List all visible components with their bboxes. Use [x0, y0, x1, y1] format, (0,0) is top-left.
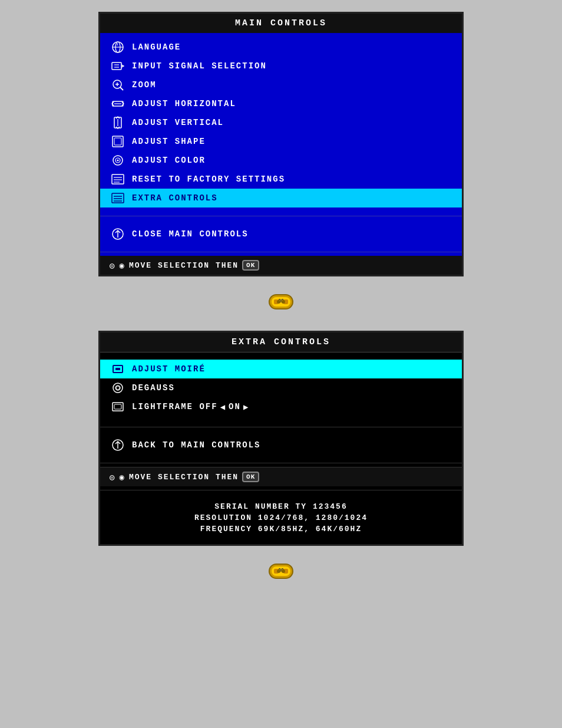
menu-item-adjust-moire[interactable]: ADJUST MOIRÉ — [100, 360, 462, 378]
back-to-main-label: BACK TO MAIN CONTROLS — [132, 440, 260, 450]
svg-point-19 — [117, 160, 119, 162]
svg-rect-20 — [112, 174, 124, 184]
footer-move-icon-2: ◉ — [119, 261, 125, 271]
footer-move-icon-1: ◎ — [110, 261, 115, 271]
lightframe-on-label: ON — [229, 402, 241, 411]
svg-text:3: 3 — [116, 42, 119, 46]
extra-controls-panel: EXTRA CONTROLS ADJUST MOIRÉ DEGA — [98, 331, 464, 546]
reset-factory-label: RESET TO FACTORY SETTINGS — [132, 174, 285, 184]
menu-item-adjust-shape[interactable]: ADJUST SHAPE — [100, 132, 462, 151]
menu-item-adjust-color[interactable]: ADJUST COLOR — [100, 151, 462, 170]
moire-icon — [110, 363, 126, 375]
extra-controls-icon — [110, 192, 126, 205]
svg-point-35 — [277, 300, 280, 304]
main-controls-menu: 3 LANGUAGE INPUT SIGNAL SELECTION — [100, 33, 462, 212]
svg-point-36 — [282, 300, 285, 304]
svg-line-8 — [120, 87, 123, 90]
close-main-label: CLOSE MAIN CONTROLS — [132, 229, 249, 239]
ok-badge: OK — [242, 260, 259, 271]
lightframe-icon — [110, 400, 126, 413]
svg-point-51 — [282, 569, 285, 573]
main-divider-1 — [100, 216, 462, 216]
extra-controls-label: EXTRA CONTROLS — [132, 193, 218, 203]
extra-footer-icon-2: ◉ — [119, 472, 125, 482]
menu-item-adjust-horizontal[interactable]: ADJUST HORIZONTAL — [100, 94, 462, 113]
lightframe-row[interactable]: LIGHTFRAME OFF ◀ ON ▶ — [100, 397, 462, 416]
lightframe-off-label: LIGHTFRAME OFF — [132, 402, 218, 411]
resolution: RESOLUTION 1024/768, 1280/1024 — [110, 513, 452, 522]
close-main-controls-item[interactable]: CLOSE MAIN CONTROLS — [110, 225, 452, 243]
svg-point-50 — [277, 569, 280, 573]
extra-controls-title: EXTRA CONTROLS — [100, 332, 462, 353]
extra-footer: ◎ ◉ MOVE SELECTION THEN OK — [100, 467, 462, 486]
adjust-horizontal-label: ADJUST HORIZONTAL — [132, 99, 236, 108]
controller-icon-2: OQ — [266, 556, 296, 586]
svg-rect-16 — [114, 138, 121, 145]
serial-number: SERIAL NUMBER TY 123456 — [110, 502, 452, 511]
menu-item-language[interactable]: 3 LANGUAGE — [100, 38, 462, 57]
menu-item-input-signal[interactable]: INPUT SIGNAL SELECTION — [100, 57, 462, 75]
language-label: LANGUAGE — [132, 42, 181, 52]
extra-footer-icon-1: ◎ — [110, 472, 115, 482]
svg-rect-42 — [114, 404, 121, 409]
shape-icon — [110, 135, 126, 148]
main-footer: ◎ ◉ MOVE SELECTION THEN OK — [100, 256, 462, 275]
reset-icon — [110, 173, 126, 186]
close-section: CLOSE MAIN CONTROLS — [100, 220, 462, 248]
svg-point-39 — [113, 383, 123, 393]
main-divider-2 — [100, 252, 462, 252]
adjust-color-label: ADJUST COLOR — [132, 156, 206, 165]
degauss-icon — [110, 381, 126, 394]
menu-item-adjust-vertical[interactable]: ADJUST VERTICAL — [100, 113, 462, 132]
info-section: SERIAL NUMBER TY 123456 RESOLUTION 1024/… — [100, 494, 462, 544]
adjust-shape-label: ADJUST SHAPE — [132, 137, 206, 146]
input-signal-label: INPUT SIGNAL SELECTION — [132, 61, 267, 71]
degauss-label: DEGAUSS — [132, 383, 175, 393]
adjust-vertical-label: ADJUST VERTICAL — [132, 118, 224, 127]
main-controls-panel: MAIN CONTROLS 3 LANGUAGE — [98, 12, 464, 276]
input-signal-icon — [110, 60, 126, 73]
zoom-icon — [110, 78, 126, 91]
language-icon: 3 — [110, 41, 126, 54]
extra-controls-menu: ADJUST MOIRÉ DEGAUSS LIGHTFRAME OFF — [100, 356, 462, 420]
frequency: FREQUENCY 69K/85HZ, 64K/60HZ — [110, 525, 452, 533]
menu-item-extra-controls[interactable]: EXTRA CONTROLS — [100, 189, 462, 207]
footer-move-text: MOVE SELECTION THEN — [129, 261, 239, 270]
horizontal-icon — [110, 97, 126, 110]
back-to-main-item[interactable]: BACK TO MAIN CONTROLS — [110, 436, 452, 454]
menu-item-degauss[interactable]: DEGAUSS — [100, 378, 462, 397]
controller-icon-1: OQ — [266, 287, 296, 317]
close-icon — [110, 228, 126, 241]
back-icon — [110, 439, 126, 452]
extra-divider-2 — [100, 463, 462, 463]
svg-rect-4 — [112, 62, 121, 70]
main-controls-title: MAIN CONTROLS — [100, 14, 462, 33]
menu-item-zoom[interactable]: ZOOM — [100, 75, 462, 94]
svg-point-40 — [116, 386, 120, 390]
svg-rect-38 — [115, 368, 120, 370]
extra-divider-1 — [100, 427, 462, 427]
color-icon — [110, 154, 126, 167]
back-section: BACK TO MAIN CONTROLS — [100, 431, 462, 459]
zoom-label: ZOOM — [132, 80, 157, 90]
vertical-icon — [110, 116, 126, 129]
extra-ok-badge: OK — [242, 472, 259, 482]
lightframe-nav-left[interactable]: ◀ — [220, 402, 226, 412]
spacer-mid — [100, 420, 462, 423]
menu-item-reset-factory[interactable]: RESET TO FACTORY SETTINGS — [100, 170, 462, 189]
extra-footer-move-text: MOVE SELECTION THEN — [129, 473, 239, 482]
adjust-moire-label: ADJUST MOIRÉ — [132, 364, 206, 374]
lightframe-nav-right[interactable]: ▶ — [243, 402, 249, 412]
extra-divider-3 — [100, 490, 462, 490]
